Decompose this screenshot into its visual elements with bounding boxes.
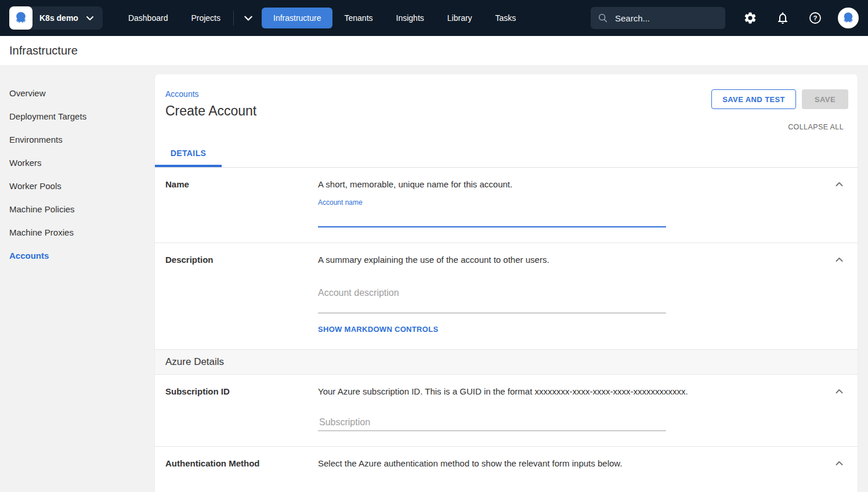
create-account-card: Accounts Create Account SAVE AND TEST SA…	[155, 74, 858, 492]
save-and-test-button[interactable]: SAVE AND TEST	[711, 89, 796, 109]
name-section-label: Name	[165, 168, 318, 243]
save-button[interactable]: SAVE	[802, 89, 848, 109]
topbar-right: ?	[591, 7, 859, 29]
octopus-logo	[9, 6, 32, 30]
name-collapse-chevron-up-icon[interactable]	[820, 168, 858, 243]
user-avatar[interactable]	[838, 8, 859, 28]
description-help-text: A summary explaining the use of the acco…	[318, 255, 820, 265]
create-account-title: Create Account	[165, 103, 256, 119]
space-chevron-down-icon	[85, 13, 95, 23]
authentication-method-section-label: Authentication Method	[165, 447, 318, 483]
search-icon	[598, 13, 608, 23]
subscription-collapse-chevron-up-icon[interactable]	[820, 375, 858, 446]
subscription-id-section-label: Subscription ID	[165, 375, 318, 446]
sidebar-item-deployment-targets[interactable]: Deployment Targets	[9, 104, 155, 128]
sidebar-item-accounts[interactable]: Accounts	[9, 244, 155, 267]
description-collapse-chevron-up-icon[interactable]	[820, 243, 858, 349]
sidebar-item-overview[interactable]: Overview	[9, 81, 155, 104]
nav-insights[interactable]: Insights	[385, 8, 436, 28]
top-bar: K8s demo Dashboard Projects Infrastructu…	[0, 0, 868, 36]
sidebar-item-worker-pools[interactable]: Worker Pools	[9, 174, 155, 197]
authentication-collapse-chevron-up-icon[interactable]	[820, 447, 858, 483]
nav-projects[interactable]: Projects	[179, 8, 232, 28]
svg-text:?: ?	[813, 15, 817, 21]
tab-details[interactable]: DETAILS	[155, 142, 222, 167]
authentication-method-help-text: Select the Azure authentication method t…	[318, 458, 820, 468]
show-markdown-controls-link[interactable]: SHOW MARKDOWN CONTROLS	[318, 325, 438, 334]
nav-tasks[interactable]: Tasks	[484, 8, 528, 28]
name-help-text: A short, memorable, unique name for this…	[318, 179, 820, 189]
section-subscription-id: Subscription ID Your Azure subscription …	[155, 375, 858, 447]
settings-gear-icon[interactable]	[743, 10, 758, 26]
search-input[interactable]	[614, 13, 718, 24]
subscription-id-help-text: Your Azure subscription ID. This is a GU…	[318, 386, 820, 396]
help-icon[interactable]: ?	[808, 10, 823, 26]
space-name: K8s demo	[39, 13, 78, 23]
global-search[interactable]	[591, 7, 725, 29]
tab-bar: DETAILS	[155, 142, 858, 168]
sidebar-item-machine-proxies[interactable]: Machine Proxies	[9, 220, 155, 244]
infrastructure-sidebar: Overview Deployment Targets Environments…	[0, 65, 155, 492]
breadcrumb-accounts-link[interactable]: Accounts	[165, 89, 256, 99]
account-name-input[interactable]	[318, 207, 666, 227]
sidebar-item-workers[interactable]: Workers	[9, 151, 155, 174]
azure-details-heading: Azure Details	[155, 350, 858, 375]
account-description-input[interactable]	[318, 288, 666, 313]
description-section-label: Description	[165, 243, 318, 349]
sidebar-item-machine-policies[interactable]: Machine Policies	[9, 197, 155, 220]
nav-tenants[interactable]: Tenants	[332, 8, 384, 28]
nav-infrastructure[interactable]: Infrastructure	[262, 8, 332, 28]
nav-library[interactable]: Library	[436, 8, 484, 28]
section-description: Description A summary explaining the use…	[155, 243, 858, 350]
section-authentication-method: Authentication Method Select the Azure a…	[155, 447, 858, 483]
account-name-field-label: Account name	[318, 198, 666, 207]
nav-chevron-down-icon[interactable]	[235, 7, 262, 29]
space-switcher[interactable]: K8s demo	[9, 6, 103, 30]
page-title-bar: Infrastructure	[0, 36, 868, 65]
card-header: Accounts Create Account SAVE AND TEST SA…	[155, 74, 858, 131]
sidebar-item-environments[interactable]: Environments	[9, 128, 155, 151]
section-name: Name A short, memorable, unique name for…	[155, 168, 858, 243]
main-nav: Dashboard Projects Infrastructure Tenant…	[117, 7, 527, 29]
collapse-all-button[interactable]: COLLAPSE ALL	[711, 123, 844, 131]
page-title: Infrastructure	[9, 44, 78, 57]
nav-dashboard[interactable]: Dashboard	[117, 8, 180, 28]
nav-divider	[233, 10, 234, 26]
avatar-octopus-icon	[841, 10, 856, 26]
notifications-bell-icon[interactable]	[775, 10, 790, 26]
octopus-logo-icon	[13, 10, 29, 26]
subscription-id-input[interactable]	[318, 414, 666, 431]
